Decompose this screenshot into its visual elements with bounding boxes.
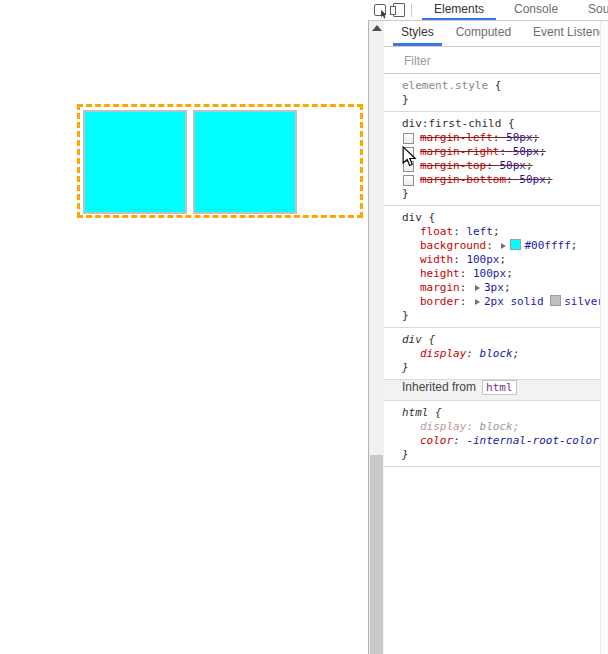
inspect-icon[interactable] [374, 4, 386, 16]
cyan-div-second [193, 110, 297, 214]
property-value[interactable]: 3px [484, 281, 504, 294]
cyan-div-first [83, 110, 187, 214]
property-value[interactable]: 100px [473, 267, 506, 280]
page-scrollbar[interactable] [369, 21, 384, 654]
property-text: height: 100px; [420, 267, 513, 280]
property-name[interactable]: margin-right [420, 145, 499, 158]
property-colon: : [486, 239, 499, 252]
property-value[interactable]: 50px [513, 145, 540, 158]
property-name[interactable]: border [420, 295, 460, 308]
close-brace-row: } [384, 93, 600, 107]
open-brace: { [429, 406, 442, 419]
property-text: background: #00ffff; [420, 239, 577, 252]
property-value[interactable]: left [466, 225, 493, 238]
property-value[interactable]: -internal-root-color [466, 434, 598, 447]
property-name[interactable]: float [420, 225, 453, 238]
property-name[interactable]: margin-left [420, 131, 493, 144]
rule-selector-row: div { [384, 211, 600, 225]
tab-sources[interactable]: Sources [576, 0, 608, 20]
property-value[interactable]: 2px solid [484, 295, 550, 308]
inherited-from-bar: Inherited fromhtml [384, 380, 600, 401]
styles-filter-input[interactable] [402, 53, 566, 69]
disclosure-arrow-icon[interactable] [501, 243, 506, 249]
property-semicolon: ; [571, 239, 578, 252]
sidebar-tab-styles[interactable]: Styles [393, 21, 442, 46]
sidebar-tab-computed[interactable]: Computed [448, 21, 519, 46]
rule-selector[interactable]: div [402, 211, 422, 224]
devtools-panel: ElementsConsoleSources StylesComputedEve… [369, 0, 608, 654]
open-brace: { [422, 333, 435, 346]
property-semicolon: ; [513, 420, 520, 433]
property-name[interactable]: display [420, 347, 466, 360]
property-value[interactable]: 50px [499, 159, 526, 172]
property-name[interactable]: width [420, 253, 453, 266]
cursor-icon [402, 146, 417, 168]
scrollbar-thumb[interactable] [370, 455, 383, 654]
css-property-row: display: block; [384, 347, 600, 361]
property-value[interactable]: block [480, 420, 513, 433]
property-semicolon: ; [504, 281, 511, 294]
color-swatch[interactable] [510, 239, 521, 250]
sidebar-tab-event-listeners[interactable]: Event Listeners [525, 21, 600, 46]
property-value[interactable]: 50px [506, 131, 533, 144]
close-brace-row: } [384, 361, 600, 375]
property-text: margin-left: 50px; [420, 131, 539, 144]
margin-highlight-overlay [77, 104, 363, 218]
property-text: margin-right: 50px; [420, 145, 546, 158]
property-colon: : [466, 420, 479, 433]
disclosure-arrow-icon[interactable] [475, 285, 480, 291]
property-value[interactable]: 100px [466, 253, 499, 266]
property-text: margin: 3px; [420, 281, 511, 294]
property-text: float: left; [420, 225, 500, 238]
css-property-row: width: 100px; [384, 253, 600, 267]
property-value[interactable]: block [480, 347, 513, 360]
property-name[interactable]: background [420, 239, 486, 252]
css-property-row: margin-bottom: 50px; [384, 173, 600, 187]
property-text: color: -internal-root-color; [420, 434, 600, 447]
property-semicolon: ; [500, 253, 507, 266]
property-colon: : [506, 173, 519, 186]
styles-scrollbar[interactable] [600, 21, 608, 654]
property-semicolon: ; [506, 267, 513, 280]
rule-selector[interactable]: div [402, 333, 422, 346]
rendered-page [0, 0, 368, 654]
rule-selector[interactable]: element.style [402, 79, 488, 92]
property-text: margin-bottom: 50px; [420, 173, 552, 186]
color-swatch[interactable] [550, 295, 561, 306]
property-name[interactable]: display [420, 420, 466, 433]
tab-elements[interactable]: Elements [422, 0, 496, 20]
property-value[interactable]: 50px [519, 173, 546, 186]
property-name[interactable]: margin-top [420, 159, 486, 172]
inherited-node-link[interactable]: html [482, 380, 517, 395]
property-colon: : [453, 434, 466, 447]
property-name[interactable]: margin-bottom [420, 173, 506, 186]
css-property-row: color: -internal-root-color; [384, 434, 600, 448]
property-checkbox[interactable] [403, 133, 414, 144]
property-checkbox[interactable] [403, 175, 414, 186]
property-name[interactable]: height [420, 267, 460, 280]
property-semicolon: ; [526, 159, 533, 172]
sidebar-tab-bar: StylesComputedEvent Listeners [384, 21, 600, 47]
property-colon: : [460, 281, 473, 294]
close-brace-row: } [384, 448, 600, 462]
open-brace: { [501, 117, 514, 130]
disclosure-arrow-icon[interactable] [475, 299, 480, 305]
toolbar-icons [369, 3, 419, 17]
property-semicolon: ; [513, 347, 520, 360]
property-colon: : [460, 267, 473, 280]
property-name[interactable]: margin [420, 281, 460, 294]
property-value[interactable]: #00ffff [524, 239, 570, 252]
property-text: width: 100px; [420, 253, 506, 266]
property-value[interactable]: silver [564, 295, 600, 308]
property-semicolon: ; [546, 173, 553, 186]
rule-selector[interactable]: html [402, 406, 429, 419]
style-rule-section: div {float: left;background: #00ffff;wid… [384, 206, 600, 328]
device-toolbar-icon[interactable] [393, 3, 405, 17]
devtools-toolbar: ElementsConsoleSources [369, 0, 608, 21]
scroll-up-icon[interactable] [372, 25, 382, 31]
tab-console[interactable]: Console [502, 0, 570, 20]
open-brace: { [422, 211, 435, 224]
rule-selector-row: div:first-child { [384, 117, 600, 131]
rule-selector[interactable]: div:first-child [402, 117, 501, 130]
property-name[interactable]: color [420, 434, 453, 447]
